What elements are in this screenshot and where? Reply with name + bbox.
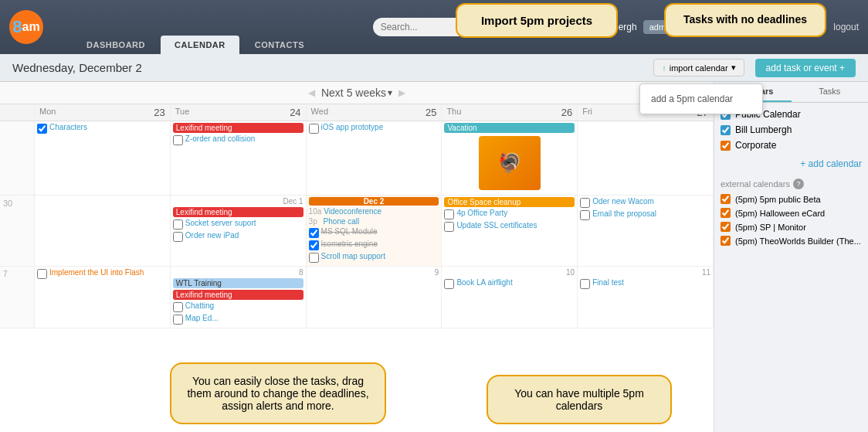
close-tooltip-text: You can easily close the tasks, drag the… xyxy=(187,375,368,412)
day-number: 23 xyxy=(154,107,164,118)
task-link[interactable]: Characters xyxy=(49,123,87,131)
task-item: 4p Office Party xyxy=(444,209,575,219)
corporate-calendar-checkbox[interactable] xyxy=(721,141,731,151)
task-item: Chatting xyxy=(173,301,303,312)
task-link[interactable]: Scroll map support xyxy=(321,252,385,260)
task-item: Final test xyxy=(580,278,710,289)
event-bar-lexifind[interactable]: Lexifind meeting xyxy=(173,207,303,217)
import-calendar-button[interactable]: ↑ import calendar ▾ xyxy=(653,59,744,77)
bill-calendar-checkbox[interactable] xyxy=(721,125,731,135)
task-checkbox[interactable] xyxy=(580,279,590,289)
task-link[interactable]: Videoconference xyxy=(324,207,381,216)
logo-number: 8 xyxy=(12,17,22,37)
day-cell-thu-2: Office Space cleanup 4p Office Party Upd… xyxy=(442,196,578,266)
ext-cal-checkbox-1[interactable] xyxy=(721,194,731,204)
task-link[interactable]: iOS app prototype xyxy=(321,123,384,131)
task-link[interactable]: MS SQL Module xyxy=(321,227,378,236)
task-checkbox[interactable] xyxy=(173,232,183,242)
add-5pm-calendar-item[interactable]: add a 5pm calendar xyxy=(640,89,762,109)
nav-tabs: DASHBOARD CALENDAR CONTACTS xyxy=(73,36,320,54)
ext-cal-checkbox-4[interactable] xyxy=(721,236,731,246)
task-item: Oder new Wacom xyxy=(580,197,710,208)
day-cell-tue-2: Dec 1 Lexifind meeting Socket server sup… xyxy=(171,196,307,266)
ext-cal-checkbox-2[interactable] xyxy=(721,208,731,218)
task-checkbox[interactable] xyxy=(444,209,454,219)
next-weeks-button[interactable]: ▶ xyxy=(398,87,405,98)
event-bar[interactable]: Lexifind meeting xyxy=(173,123,303,133)
task-checkbox[interactable] xyxy=(37,269,47,279)
task-item: Socket server suport xyxy=(173,219,303,230)
cal-week-1: Characters Lexifind meeting Z-order and … xyxy=(0,121,714,196)
sidebar: Calendars Tasks Public Calendar Bill Lum… xyxy=(714,82,868,432)
task-checkbox[interactable] xyxy=(444,222,454,232)
time-label: 3p xyxy=(309,217,321,226)
task-checkbox[interactable] xyxy=(444,279,454,289)
task-checkbox[interactable] xyxy=(309,253,319,263)
task-link[interactable]: Order new iPad xyxy=(185,231,239,240)
task-checkbox[interactable] xyxy=(173,219,183,230)
tab-calendar[interactable]: CALENDAR xyxy=(161,36,239,54)
prev-weeks-button[interactable]: ◀ xyxy=(308,87,315,98)
task-checkbox[interactable] xyxy=(173,135,183,145)
help-icon[interactable]: ? xyxy=(793,179,804,189)
bill-calendar-label: Bill Lumbergh xyxy=(735,124,792,135)
day-name: Tue xyxy=(175,107,190,116)
task-checkbox[interactable] xyxy=(173,315,183,325)
ext-cal-item-2: (5pm) Halloween eCard xyxy=(721,208,862,218)
event-bar-wtl[interactable]: WTL Training xyxy=(173,278,303,288)
task-item: iOS app prototype xyxy=(309,123,439,134)
day-number: 25 xyxy=(426,107,436,118)
task-link[interactable]: Chatting xyxy=(185,301,214,310)
task-checkbox[interactable] xyxy=(309,124,319,134)
import-dropdown: add a 5pm calendar xyxy=(639,83,763,114)
task-checkbox[interactable] xyxy=(580,198,590,208)
logout-link[interactable]: logout xyxy=(833,22,859,32)
task-link[interactable]: Socket server suport xyxy=(185,219,256,227)
day-header-wed: Wed 25 xyxy=(307,104,442,121)
ext-cal-label-1: (5pm) 5pm public Beta xyxy=(735,195,821,204)
event-bar-office[interactable]: Office Space cleanup xyxy=(444,197,575,207)
task-link[interactable]: Email the proposal xyxy=(592,209,656,218)
task-link[interactable]: Z-order and collision xyxy=(185,134,256,143)
task-checkbox[interactable] xyxy=(37,124,47,134)
cal-period-title[interactable]: Next 5 weeks xyxy=(321,87,386,99)
cal-week-2: 30 Dec 1 Lexifind meeting Socket server … xyxy=(0,196,714,267)
day-header-thu: Thu 26 xyxy=(442,104,578,121)
ext-cal-item-1: (5pm) 5pm public Beta xyxy=(721,194,862,204)
task-item: Scroll map support xyxy=(309,252,439,263)
corporate-calendar-label: Corporate xyxy=(735,140,776,151)
today-label: Dec 2 xyxy=(309,197,439,206)
calendar-item-bill: Bill Lumbergh xyxy=(721,124,862,135)
event-bar-lexifind3[interactable]: Lexifind meeting xyxy=(173,290,303,300)
event-bar-vacation[interactable]: Vacation xyxy=(444,123,575,133)
tab-dashboard[interactable]: DASHBOARD xyxy=(73,36,159,54)
task-link[interactable]: Phone call xyxy=(324,217,360,226)
task-link[interactable]: Isometric engine xyxy=(321,240,378,248)
task-link[interactable]: Update SSL certificates xyxy=(456,221,537,230)
task-link[interactable]: Book LA airflight xyxy=(456,278,512,287)
external-calendars-header: external calendars ? xyxy=(721,179,862,189)
week-number xyxy=(0,121,35,195)
task-link[interactable]: Final test xyxy=(592,278,624,287)
day-cell-thu-1: Vacation 🦃 xyxy=(442,121,578,195)
period-dropdown-icon[interactable]: ▾ xyxy=(388,87,392,98)
task-link[interactable]: 4p Office Party xyxy=(456,209,507,217)
ext-cal-checkbox-3[interactable] xyxy=(721,222,731,232)
task-item: Characters xyxy=(37,123,168,134)
task-link[interactable]: Map Ed... xyxy=(185,314,219,322)
add-task-button[interactable]: add task or event + xyxy=(755,59,856,77)
task-link[interactable]: Oder new Wacom xyxy=(592,197,654,206)
day-name: Thu xyxy=(446,107,461,116)
task-item: 3p Phone call xyxy=(309,217,439,226)
tab-tasks[interactable]: Tasks xyxy=(792,82,869,102)
day-number: 24 xyxy=(290,107,300,118)
tab-contacts[interactable]: CONTACTS xyxy=(241,36,318,54)
main-content: ◀ Next 5 weeks ▾ ▶ Mon 23 Tue 24 Wed 25 … xyxy=(0,82,868,432)
day-cell-fri-2: Oder new Wacom Email the proposal xyxy=(578,196,714,266)
task-checkbox[interactable] xyxy=(580,210,590,220)
task-link[interactable]: Implement the UI into Flash xyxy=(49,268,144,277)
task-checkbox[interactable] xyxy=(173,302,183,312)
task-checkbox[interactable] xyxy=(309,240,319,250)
task-checkbox[interactable] xyxy=(309,228,319,238)
add-calendar-button[interactable]: + add calendar xyxy=(721,155,862,172)
